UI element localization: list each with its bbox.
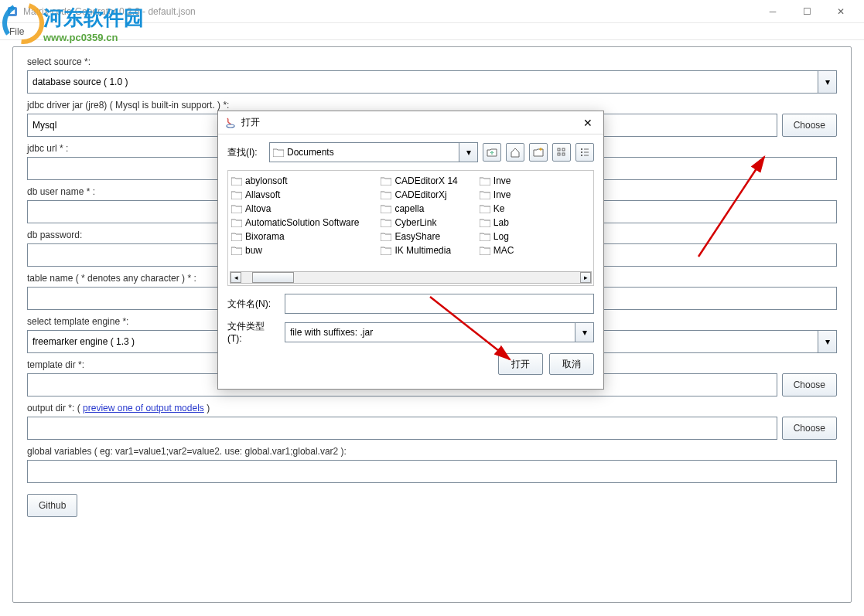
- file-item[interactable]: Inve: [480, 175, 514, 186]
- filename-label: 文件名(N):: [227, 298, 278, 311]
- file-item[interactable]: CADEditorX 14: [381, 175, 457, 186]
- svg-rect-5: [558, 153, 560, 155]
- list-view-button[interactable]: [552, 143, 571, 162]
- file-item-label: AutomaticSolution Software: [245, 217, 359, 228]
- dialog-close-button[interactable]: ✕: [579, 117, 597, 129]
- file-item[interactable]: Allavsoft: [231, 189, 359, 200]
- lookin-value: Documents: [287, 147, 334, 158]
- details-view-button[interactable]: [575, 143, 594, 162]
- scroll-right-arrow[interactable]: ▸: [580, 272, 591, 283]
- folder-icon: [381, 177, 391, 185]
- file-item-label: Lab: [493, 217, 509, 228]
- jdbc-driver-choose-button[interactable]: Choose: [782, 114, 837, 137]
- filetype-value: file with suffixes: .jar: [290, 327, 373, 338]
- file-item[interactable]: EasyShare: [381, 231, 457, 242]
- file-item[interactable]: AutomaticSolution Software: [231, 217, 359, 228]
- horizontal-scrollbar[interactable]: ◂ ▸: [230, 271, 592, 284]
- output-dir-input[interactable]: [27, 417, 777, 440]
- file-open-dialog: 打开 ✕ 查找(I): Documents ▾ abylonsoftAllavs…: [217, 111, 604, 390]
- new-folder-button[interactable]: [529, 143, 548, 162]
- scroll-left-arrow[interactable]: ◂: [231, 272, 241, 283]
- file-item[interactable]: buw: [231, 245, 359, 256]
- file-item-label: Allavsoft: [245, 189, 280, 200]
- file-item-label: Inve: [493, 189, 511, 200]
- scroll-thumb[interactable]: [252, 272, 294, 283]
- filetype-dropdown[interactable]: file with suffixes: .jar ▾: [285, 322, 594, 342]
- dialog-cancel-button[interactable]: 取消: [549, 353, 594, 375]
- file-item-label: Ke: [493, 203, 505, 214]
- file-item-label: buw: [245, 245, 262, 256]
- file-item[interactable]: abylonsoft: [231, 175, 359, 186]
- select-source-value: database source ( 1.0 ): [32, 77, 128, 87]
- dialog-open-button[interactable]: 打开: [498, 353, 543, 375]
- file-item[interactable]: Altova: [231, 203, 359, 214]
- folder-icon: [480, 205, 490, 213]
- dialog-titlebar: 打开 ✕: [218, 111, 603, 134]
- select-source-dropdown[interactable]: database source ( 1.0 ) ▾: [27, 70, 837, 94]
- filename-input[interactable]: [285, 294, 594, 314]
- folder-icon: [480, 247, 490, 255]
- folder-icon: [231, 247, 242, 255]
- template-dir-choose-button[interactable]: Choose: [782, 373, 837, 396]
- svg-rect-8: [581, 148, 582, 150]
- folder-icon: [480, 191, 490, 199]
- watermark-text-url: www.pc0359.cn: [43, 32, 144, 43]
- home-button[interactable]: [506, 143, 524, 162]
- folder-icon: [231, 233, 242, 241]
- file-item[interactable]: Log: [480, 231, 514, 242]
- folder-icon: [480, 233, 490, 241]
- file-item-label: EasyShare: [394, 231, 440, 242]
- up-folder-button[interactable]: [483, 143, 501, 162]
- file-item[interactable]: capella: [381, 203, 457, 214]
- svg-rect-4: [558, 148, 560, 151]
- file-listing[interactable]: abylonsoftAllavsoftAltovaAutomaticSoluti…: [227, 170, 594, 286]
- svg-rect-9: [581, 151, 582, 153]
- github-button[interactable]: Github: [27, 494, 77, 517]
- svg-rect-7: [562, 153, 565, 155]
- folder-icon: [273, 148, 284, 157]
- file-item-label: CyberLink: [394, 217, 436, 228]
- file-item-label: MAC: [493, 245, 514, 256]
- template-engine-value: freemarker engine ( 1.3 ): [32, 336, 135, 347]
- file-item-label: capella: [394, 203, 424, 214]
- file-item-label: Bixorama: [245, 231, 285, 242]
- folder-icon: [480, 219, 490, 227]
- file-item[interactable]: Inve: [480, 189, 514, 200]
- file-item[interactable]: CyberLink: [381, 217, 457, 228]
- jdbc-driver-label: jdbc driver jar (jre8) ( Mysql is built-…: [27, 100, 837, 111]
- lookin-dropdown[interactable]: Documents ▾: [269, 142, 478, 162]
- folder-icon: [381, 233, 391, 241]
- file-item[interactable]: Lab: [480, 217, 514, 228]
- global-vars-label: global variables ( eg: var1=value1;var2=…: [27, 446, 837, 457]
- folder-icon: [231, 205, 242, 213]
- file-item[interactable]: Bixorama: [231, 231, 359, 242]
- preview-output-link[interactable]: preview one of output models: [83, 403, 204, 414]
- file-item[interactable]: Ke: [480, 203, 514, 214]
- folder-icon: [381, 219, 391, 227]
- maximize-button[interactable]: ☐: [790, 0, 824, 23]
- file-item-label: CADEditorXj: [394, 189, 446, 200]
- folder-icon: [231, 191, 242, 199]
- folder-icon: [381, 191, 391, 199]
- file-item-label: CADEditorX 14: [394, 175, 457, 186]
- output-dir-label: output dir *: ( preview one of output mo…: [27, 403, 837, 414]
- folder-icon: [381, 247, 391, 255]
- file-item-label: Log: [493, 231, 509, 242]
- java-icon: [224, 117, 237, 129]
- chevron-down-icon: ▾: [818, 71, 836, 93]
- file-item-label: Inve: [493, 175, 511, 186]
- select-source-label: select source *:: [27, 56, 837, 67]
- file-item[interactable]: CADEditorXj: [381, 189, 457, 200]
- output-dir-choose-button[interactable]: Choose: [782, 417, 837, 440]
- file-item[interactable]: MAC: [480, 245, 514, 256]
- file-item[interactable]: IK Multimedia: [381, 245, 457, 256]
- dialog-title-text: 打开: [241, 116, 579, 129]
- chevron-down-icon: ▾: [818, 331, 836, 352]
- global-vars-input[interactable]: [27, 460, 837, 483]
- close-button[interactable]: ✕: [824, 0, 858, 23]
- file-item-label: IK Multimedia: [394, 245, 451, 256]
- watermark-overlay: 河东软件园 www.pc0359.cn: [2, 2, 144, 43]
- minimize-button[interactable]: ─: [756, 0, 790, 23]
- file-item-label: abylonsoft: [245, 175, 288, 186]
- svg-point-3: [227, 124, 234, 128]
